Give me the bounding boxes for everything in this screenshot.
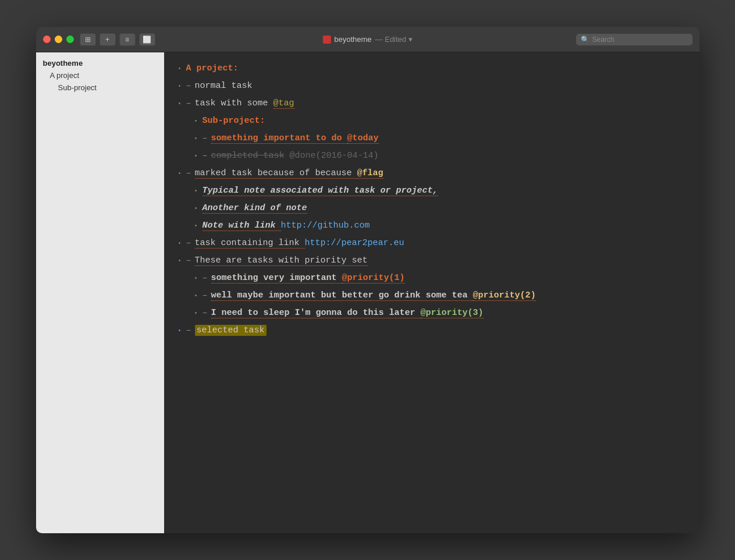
- toolbar: ⊞ + ≡ ⬜: [80, 33, 155, 46]
- dash: –: [203, 306, 208, 320]
- dash: –: [186, 236, 191, 250]
- line-selected-task: • – selected task: [178, 324, 686, 338]
- search-input[interactable]: [592, 36, 688, 44]
- flag-tag-text: @flag: [357, 168, 384, 179]
- bullet-icon: •: [178, 257, 182, 266]
- bullet-icon: •: [178, 100, 182, 109]
- dash: –: [203, 289, 208, 303]
- bullet-icon: •: [178, 239, 182, 249]
- line-priority2: • – well maybe important but better go d…: [178, 289, 686, 303]
- dash: –: [186, 79, 191, 93]
- dash: –: [203, 271, 208, 285]
- dash: –: [186, 324, 191, 338]
- line-priority1: • – something very important @priority(1…: [178, 271, 686, 285]
- github-link[interactable]: http://github.com: [281, 221, 370, 231]
- sidebar-root-item[interactable]: beyotheme: [36, 57, 164, 69]
- bullet-icon: •: [194, 187, 198, 196]
- tag-button[interactable]: ⬜: [139, 33, 155, 46]
- project-title-text: A project:: [186, 63, 239, 73]
- editor[interactable]: • A project: • – normal task • – task wi…: [164, 52, 700, 533]
- search-icon: 🔍: [581, 36, 590, 44]
- bullet-icon: •: [194, 274, 198, 283]
- sidebar: beyotheme A project Sub-project: [36, 52, 164, 533]
- line-task-with-tag: • – task with some @tag: [178, 97, 686, 111]
- line-completed-task: • – completed task @done(2016-04-14): [178, 149, 686, 163]
- bullet-icon: •: [178, 65, 182, 74]
- bullet-icon: •: [194, 152, 198, 161]
- dash: –: [203, 149, 208, 163]
- add-button[interactable]: +: [100, 33, 116, 46]
- bullet-icon: •: [194, 204, 198, 214]
- note1-text: Typical note associated with task or pro…: [203, 186, 438, 196]
- line-marked-task: • – marked task because of because @flag: [178, 166, 686, 180]
- selected-task-text: selected task: [195, 325, 267, 336]
- priority3-tag-text: @priority(3): [421, 308, 484, 318]
- minimize-button[interactable]: [55, 36, 62, 43]
- edited-label: — Edited ▾: [375, 35, 413, 44]
- close-button[interactable]: [43, 36, 51, 43]
- sidebar-item-project[interactable]: A project: [36, 69, 164, 81]
- sidebar-toggle-button[interactable]: ⊞: [80, 33, 96, 46]
- bullet-icon: •: [178, 327, 182, 336]
- today-tag-text: @today: [347, 133, 379, 144]
- bullet-icon: •: [194, 222, 198, 231]
- sidebar-item-subproject[interactable]: Sub-project: [36, 81, 164, 94]
- titlebar: ⊞ + ≡ ⬜ beyotheme — Edited ▾ 🔍: [36, 27, 700, 52]
- bullet-icon: •: [178, 82, 182, 91]
- main-area: beyotheme A project Sub-project • A proj…: [36, 52, 700, 533]
- task-link-text: task containing link: [195, 238, 305, 249]
- priority3-task-text: I need to sleep I'm gonna do this later: [211, 308, 421, 318]
- subproject-title-text: Sub-project:: [203, 116, 265, 126]
- note3-text: Note with link: [203, 221, 281, 231]
- tag-text: @tag: [274, 98, 294, 109]
- maximize-button[interactable]: [66, 36, 74, 43]
- line-task-link: • – task containing link http://pear2pea…: [178, 236, 686, 250]
- bullet-icon: •: [194, 117, 198, 126]
- list-button[interactable]: ≡: [119, 33, 136, 46]
- note2-text: Another kind of note: [203, 203, 307, 214]
- priority2-tag-text: @priority(2): [473, 290, 536, 301]
- traffic-lights: [43, 36, 74, 43]
- bullet-icon: •: [194, 134, 198, 144]
- line-something-important: • – something important to do @today: [178, 132, 686, 146]
- line-normal-task: • – normal task: [178, 79, 686, 93]
- normal-task-text: normal task: [195, 81, 253, 91]
- line-note2: • Another kind of note: [178, 201, 686, 215]
- pear2pear-link[interactable]: http://pear2pear.eu: [305, 238, 404, 248]
- bullet-icon: •: [194, 309, 198, 318]
- bullet-icon: •: [194, 292, 198, 301]
- priority-header-text: These are tasks with priority set: [195, 256, 368, 266]
- priority2-task-text: well maybe important but better go drink…: [211, 290, 473, 301]
- bullet-icon: •: [178, 169, 182, 179]
- priority1-task-text: something very important: [211, 273, 342, 283]
- line-project-title: • A project:: [178, 62, 686, 76]
- line-note1: • Typical note associated with task or p…: [178, 184, 686, 198]
- line-sub-project: • Sub-project:: [178, 114, 686, 128]
- priority1-tag-text: @priority(1): [342, 273, 405, 283]
- line-priority3: • – I need to sleep I'm gonna do this la…: [178, 306, 686, 320]
- dash: –: [186, 166, 191, 180]
- titlebar-title: beyotheme — Edited ▾: [322, 35, 412, 44]
- app-icon: [322, 36, 331, 44]
- dash: –: [186, 254, 191, 268]
- line-note-link: • Note with link http://github.com: [178, 219, 686, 233]
- dash: –: [203, 132, 208, 146]
- done-tag-text: @done(2016-04-14): [285, 151, 379, 161]
- marked-task-text: marked task because of because: [195, 168, 357, 179]
- line-priority-header: • – These are tasks with priority set: [178, 254, 686, 268]
- dash: –: [186, 97, 191, 111]
- completed-task-text: completed task: [211, 151, 285, 161]
- app-window: ⊞ + ≡ ⬜ beyotheme — Edited ▾ 🔍 beyotheme…: [36, 27, 700, 533]
- important-task-text: something important to do: [211, 133, 347, 144]
- search-bar[interactable]: 🔍: [576, 34, 693, 45]
- app-title: beyotheme: [334, 35, 371, 44]
